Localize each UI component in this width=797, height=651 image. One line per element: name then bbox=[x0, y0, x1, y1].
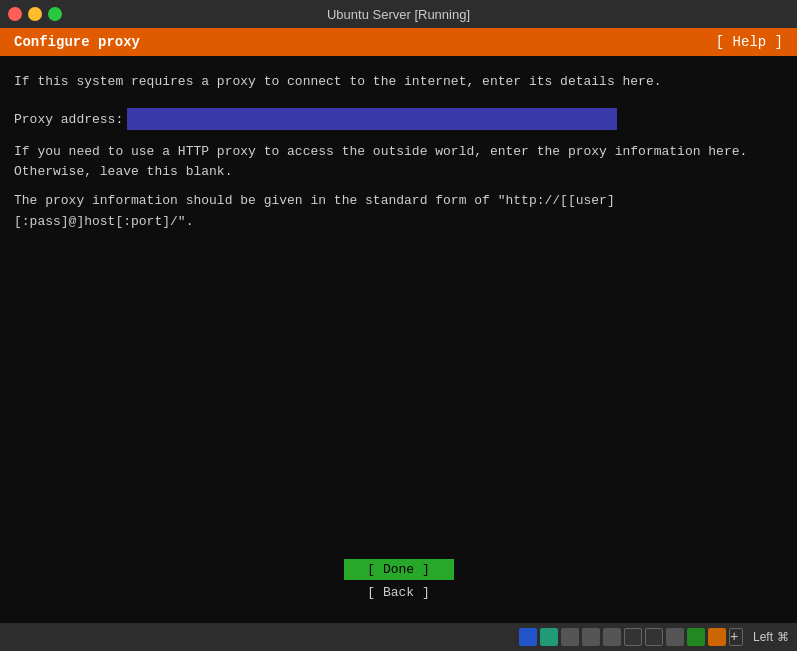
proxy-row: Proxy address: bbox=[14, 108, 783, 130]
maximize-button[interactable] bbox=[48, 7, 62, 21]
content-area: If this system requires a proxy to conne… bbox=[0, 56, 797, 559]
taskbar-icon-4 bbox=[582, 628, 600, 646]
taskbar-icon-8 bbox=[666, 628, 684, 646]
taskbar-symbol: ⌘ bbox=[777, 630, 789, 644]
window-controls bbox=[8, 7, 62, 21]
header-title: Configure proxy bbox=[14, 34, 140, 50]
taskbar-icon-3 bbox=[561, 628, 579, 646]
header-bar: Configure proxy [ Help ] bbox=[0, 28, 797, 56]
help-button[interactable]: [ Help ] bbox=[716, 34, 783, 50]
taskbar-icon-10 bbox=[708, 628, 726, 646]
taskbar-icon-6 bbox=[624, 628, 642, 646]
taskbar-icon-7 bbox=[645, 628, 663, 646]
back-button[interactable]: [ Back ] bbox=[344, 582, 454, 603]
title-bar: Ubuntu Server [Running] bbox=[0, 0, 797, 28]
proxy-label: Proxy address: bbox=[14, 110, 123, 130]
help-text: If you need to use a HTTP proxy to acces… bbox=[14, 142, 783, 233]
done-button[interactable]: [ Done ] bbox=[344, 559, 454, 580]
window-title: Ubuntu Server [Running] bbox=[327, 7, 470, 22]
taskbar-icon-9 bbox=[687, 628, 705, 646]
taskbar-left-text: Left bbox=[753, 630, 773, 644]
terminal: Configure proxy [ Help ] If this system … bbox=[0, 28, 797, 623]
taskbar-icon-5 bbox=[603, 628, 621, 646]
taskbar: + Left ⌘ bbox=[0, 623, 797, 651]
intro-text: If this system requires a proxy to conne… bbox=[14, 72, 783, 92]
minimize-button[interactable] bbox=[28, 7, 42, 21]
taskbar-icon-2 bbox=[540, 628, 558, 646]
close-button[interactable] bbox=[8, 7, 22, 21]
taskbar-icon-1 bbox=[519, 628, 537, 646]
proxy-input[interactable] bbox=[127, 108, 617, 130]
help-line-2: The proxy information should be given in… bbox=[14, 191, 783, 233]
system-icons: + bbox=[519, 628, 743, 646]
buttons-area: [ Done ] [ Back ] bbox=[0, 559, 797, 623]
help-line-1: If you need to use a HTTP proxy to acces… bbox=[14, 142, 783, 184]
taskbar-icon-add[interactable]: + bbox=[729, 628, 743, 646]
